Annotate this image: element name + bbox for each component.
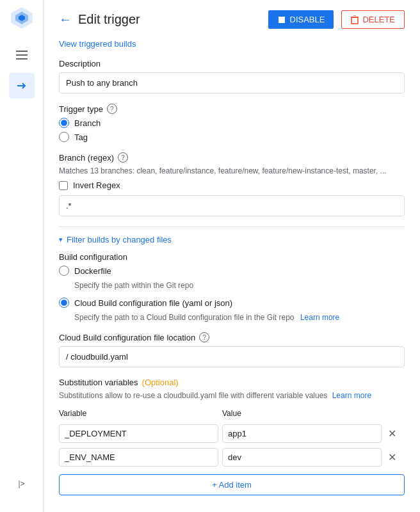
menu-sidebar-icon[interactable] [9,42,35,68]
delete-button[interactable]: DELETE [341,10,405,29]
triggers-sidebar-icon[interactable] [9,73,35,99]
description-section: Description [59,59,405,93]
build-configuration-label: Build configuration [59,252,405,262]
cloudbuild-radio[interactable] [59,298,69,308]
svg-rect-8 [351,17,358,24]
svg-rect-7 [279,17,285,23]
divider-1 [59,227,405,227]
trigger-type-help-icon[interactable]: ? [107,104,117,114]
trigger-type-branch-option[interactable]: Branch [59,118,405,128]
substitution-variables-table: Variable Value ✕ ✕ [59,406,405,469]
substitution-variables-section: Substitution variables (Optional) Substi… [59,378,405,495]
view-triggered-builds-section: View triggered builds [59,39,405,49]
cloudbuild-sublabel: Specify the path to a Cloud Build config… [74,313,405,322]
sidebar: |> [0,0,44,512]
variable-column-header: Variable [59,406,222,422]
dockerfile-radio[interactable] [59,266,69,276]
tag-radio-label: Tag [74,132,88,142]
svg-rect-4 [16,54,28,56]
invert-regex-label: Invert Regex [73,180,120,190]
build-configuration-section: Build configuration Dockerfile Specify t… [59,252,405,322]
branch-regex-input[interactable] [59,195,405,216]
build-config-radio-group: Dockerfile Specify the path within the G… [59,266,405,322]
disable-icon [277,15,286,24]
main-content: ← Edit trigger DISABLE DELETE View trigg… [44,0,420,512]
delete-icon [351,15,359,24]
substitution-learn-more-link[interactable]: Learn more [332,391,371,400]
description-input[interactable] [59,72,405,93]
cloudbuild-location-help-icon[interactable]: ? [199,332,209,342]
svg-rect-3 [16,51,28,52]
view-triggered-builds-link[interactable]: View triggered builds [59,39,136,49]
variable-input[interactable] [59,448,218,467]
trigger-type-label: Trigger type ? [59,104,405,114]
svg-rect-5 [16,58,28,60]
app-logo [10,6,33,29]
cloudbuild-location-input[interactable] [59,346,405,367]
dockerfile-label: Dockerfile [74,266,111,276]
trigger-type-radio-group: Branch Tag [59,118,405,142]
substitution-variables-desc: Substitutions allow to re-use a cloudbui… [59,391,405,400]
filter-chevron-icon: ▾ [59,236,63,244]
branch-regex-description: Matches 13 branches: clean, feature/inst… [59,166,405,175]
description-label: Description [59,59,405,68]
page-header: ← Edit trigger DISABLE DELETE [59,10,405,29]
cloudbuild-option[interactable]: Cloud Build configuration file (yaml or … [59,298,405,308]
delete-row-icon[interactable]: ✕ [385,426,399,442]
value-input[interactable] [222,424,382,443]
add-item-button[interactable]: + Add item [59,474,405,495]
filter-builds-toggle[interactable]: ▾ Filter builds by changed files [59,235,405,244]
cloudbuild-label: Cloud Build configuration file (yaml or … [74,298,232,308]
disable-button[interactable]: DISABLE [268,10,334,29]
table-row: ✕ [59,445,405,469]
branch-radio-label: Branch [74,118,101,128]
branch-radio[interactable] [59,118,69,128]
filter-builds-label: Filter builds by changed files [67,235,172,244]
back-button[interactable]: ← [59,12,72,27]
dockerfile-option[interactable]: Dockerfile [59,266,405,276]
optional-label: (Optional) [142,378,179,387]
page-title: Edit trigger [78,12,268,27]
tag-radio[interactable] [59,132,69,142]
collapse-sidebar-icon[interactable]: |> [9,471,35,497]
value-input[interactable] [222,448,382,467]
delete-row-icon[interactable]: ✕ [385,449,399,465]
dockerfile-sublabel: Specify the path within the Git repo [74,281,405,290]
header-actions: DISABLE DELETE [268,10,405,29]
cloudbuild-location-section: Cloud Build configuration file location … [59,332,405,367]
trigger-type-section: Trigger type ? Branch Tag [59,104,405,142]
invert-regex-checkbox-item[interactable]: Invert Regex [59,180,405,190]
table-row: ✕ [59,422,405,445]
branch-regex-section: Branch (regex) ? Matches 13 branches: cl… [59,152,405,216]
invert-regex-checkbox[interactable] [59,181,68,190]
value-column-header: Value [222,406,385,422]
sidebar-bottom: |> [9,471,35,502]
branch-regex-label: Branch (regex) ? [59,152,405,163]
trigger-type-tag-option[interactable]: Tag [59,132,405,142]
cloudbuild-location-label: Cloud Build configuration file location … [59,332,405,342]
variable-input[interactable] [59,424,218,443]
learn-more-link[interactable]: Learn more [300,313,339,322]
substitution-variables-label: Substitution variables (Optional) [59,378,405,387]
branch-regex-help-icon[interactable]: ? [118,152,128,163]
